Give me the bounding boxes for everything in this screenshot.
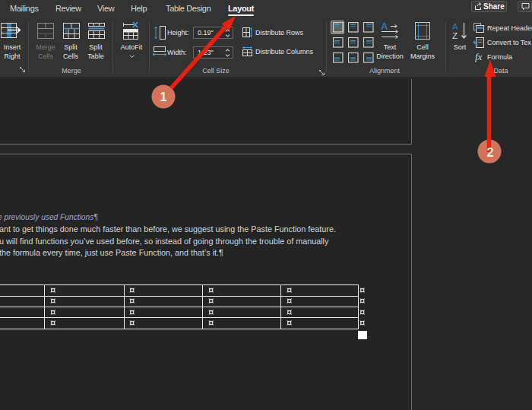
svg-text:2: 2 — [487, 146, 494, 159]
svg-text:1: 1 — [160, 91, 167, 103]
